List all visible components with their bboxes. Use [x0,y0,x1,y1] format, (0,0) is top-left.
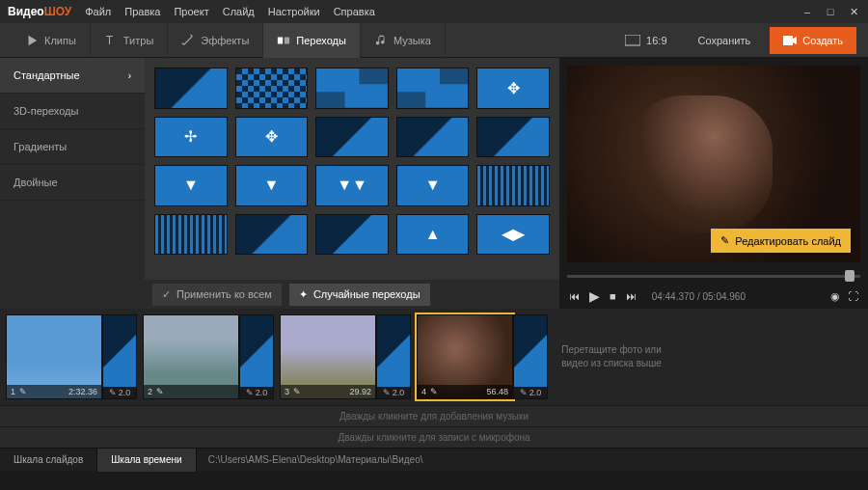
transition-thumb[interactable] [315,214,389,256]
edit-slide-button[interactable]: ✎Редактировать слайд [711,229,851,253]
minimize-icon[interactable]: – [800,5,814,18]
transition-thumb[interactable] [154,214,228,256]
sidebar-item-standard[interactable]: Стандартные› [0,58,145,94]
prev-button[interactable]: ⏮ [569,290,580,302]
arrow-down-icon: ▼ [263,177,279,194]
clip-thumb[interactable]: 2✎ [143,314,239,399]
scrubber[interactable] [567,270,860,284]
camera-icon [783,35,797,46]
clip-thumb[interactable]: 4✎56.48 [417,314,513,399]
pencil-icon: ✎ [109,388,117,397]
menu-help[interactable]: Справка [334,6,375,17]
menu-file[interactable]: Файл [85,6,111,17]
transition-thumb[interactable]: ▲ [396,214,470,256]
transition-thumb[interactable]: ▼ [235,165,309,206]
create-button[interactable]: Создать [770,27,856,54]
tab-music[interactable]: Музыка [361,23,446,58]
tab-effects[interactable]: Эффекты [168,23,263,58]
arrows-horiz-icon: ◀▶ [502,225,525,243]
clip-thumb[interactable]: 3✎29.92 [280,314,376,399]
transition-thumb[interactable]: ✢ [154,117,228,158]
menu-edit[interactable]: Правка [124,6,160,17]
next-button[interactable]: ⏭ [626,290,637,302]
music-icon [374,34,388,47]
arrow-down-icon: ▼ [425,177,441,194]
play-icon [25,34,39,47]
app-logo: ВидеоШОУ [8,5,71,18]
tab-transitions[interactable]: Переходы [263,23,361,58]
close-icon[interactable]: ✕ [847,5,860,18]
save-button[interactable]: Сохранить [687,29,763,52]
arrows-in-icon: ✥ [265,127,278,146]
sidebar-item-3d[interactable]: 3D-переходы [0,94,145,129]
music-track[interactable]: Дважды кликните для добавления музыки [0,405,868,426]
timeline: 1✎2:32.36✎2.02✎✎2.03✎29.92✎2.04✎56.48✎2.… [0,309,868,405]
transition-thumb[interactable]: ◀▶ [476,214,550,256]
transition-thumb[interactable]: ✥ [476,68,550,109]
voice-track[interactable]: Дважды кликните для записи с микрофона [0,426,868,448]
chevron-right-icon: › [128,70,131,81]
sidebar-item-double[interactable]: Двойные [0,165,145,201]
transition-thumb[interactable]: ▼ [154,165,228,206]
stop-button[interactable]: ■ [610,290,616,302]
pencil-icon: ✎ [520,388,528,397]
menu-slide[interactable]: Слайд [223,6,255,17]
transition-thumb[interactable] [476,165,550,206]
transition-mini[interactable]: ✎2.0 [376,314,411,399]
transition-thumb[interactable] [396,117,470,158]
pencil-icon: ✎ [720,234,729,247]
preview-video[interactable]: ✎Редактировать слайд [567,66,860,262]
move-icon: ✥ [507,79,520,97]
transition-thumb[interactable] [235,68,309,109]
transition-thumb[interactable]: ✥ [235,117,309,158]
scale-slides-tab[interactable]: Шкала слайдов [0,449,97,472]
transition-thumb[interactable] [154,68,228,109]
pencil-icon: ✎ [19,387,27,396]
snapshot-button[interactable]: ◉ [830,290,840,303]
screen-icon [625,35,640,46]
path-display: C:\Users\AMS-Elena\Desktop\Материалы\Вид… [197,454,435,465]
pencil-icon: ✎ [246,388,254,397]
transition-thumb[interactable] [315,117,389,158]
clip-thumb[interactable]: 1✎2:32.36 [6,314,102,399]
scale-time-tab[interactable]: Шкала времени [97,449,196,472]
wand-icon [181,34,195,47]
transition-thumb[interactable]: ▼▼ [315,165,389,206]
transition-thumb[interactable] [396,68,470,109]
transitions-gallery: ✥ ✢ ✥ ▼ ▼ ▼▼ ▼ ▲ ◀▶ ✓Применить ко всем ✦… [145,58,559,309]
transition-thumb[interactable] [235,214,309,256]
transition-mini[interactable]: ✎2.0 [239,314,274,399]
play-button[interactable]: ▶ [589,288,600,304]
pencil-icon: ✎ [430,387,438,396]
scrub-handle[interactable] [845,270,854,282]
svg-rect-2 [285,37,289,43]
maximize-icon[interactable]: □ [824,5,837,18]
preview-panel: ✎Редактировать слайд ⏮ ▶ ■ ⏭ 04:44.370 /… [559,58,868,309]
transition-thumb[interactable]: ▼ [396,165,470,206]
tab-titles[interactable]: TТитры [91,23,168,58]
pencil-icon: ✎ [293,387,301,396]
fullscreen-button[interactable]: ⛶ [848,290,858,303]
sidebar-item-gradients[interactable]: Градиенты [0,129,145,165]
transition-thumb[interactable] [476,117,550,158]
pencil-icon: ✎ [156,387,164,396]
drop-hint: Перетащите фото или видео из списка выше [554,314,669,399]
transition-mini[interactable]: ✎2.0 [102,314,137,399]
transition-mini[interactable]: ✎2.0 [513,314,548,399]
category-sidebar: Стандартные› 3D-переходы Градиенты Двойн… [0,58,145,309]
random-transitions-button[interactable]: ✦Случайные переходы [289,284,430,306]
arrows-down-icon: ▼▼ [337,177,367,194]
arrow-up-icon: ▲ [425,226,441,243]
transition-thumb[interactable] [315,68,389,109]
transition-icon [277,34,290,47]
svg-rect-4 [783,36,793,45]
svg-rect-1 [278,37,283,43]
svg-text:T: T [106,34,114,47]
aspect-ratio[interactable]: 16:9 [613,35,678,46]
tab-clips[interactable]: Клипы [12,23,91,58]
apply-all-button[interactable]: ✓Применить ко всем [152,284,282,306]
arrows-out-icon: ✢ [184,127,197,146]
text-icon: T [104,34,118,47]
menu-project[interactable]: Проект [174,6,208,17]
menu-settings[interactable]: Настройки [268,6,320,17]
